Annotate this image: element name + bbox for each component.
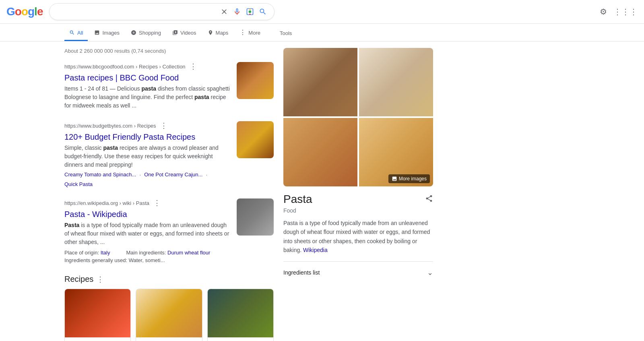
kg-title: Pasta bbox=[283, 193, 312, 206]
settings-icon[interactable]: ⚙ bbox=[600, 7, 607, 17]
tools-button[interactable]: Tools bbox=[275, 26, 297, 40]
kg-image-4[interactable]: More images bbox=[359, 118, 433, 186]
svg-point-1 bbox=[249, 10, 252, 13]
kg-ingredients-label: Ingredients list bbox=[283, 269, 320, 276]
svg-rect-3 bbox=[250, 14, 251, 15]
wiki-desc-bold: Pasta bbox=[64, 222, 79, 228]
kg-description: Pasta is a type of food typically made f… bbox=[283, 219, 433, 255]
bbc-menu-btn[interactable]: ⋮ bbox=[188, 62, 198, 71]
wiki-origin-value[interactable]: Italy bbox=[101, 250, 110, 256]
result-url-wiki: https://en.wikipedia.org › wiki › Pasta … bbox=[64, 198, 230, 207]
result-text-bbc: https://www.bbcgoodfood.com › Recipes › … bbox=[64, 62, 230, 110]
recipe-card[interactable]: Pasta Carbonara bbox=[136, 289, 202, 341]
budget-link-2[interactable]: One Pot Creamy Cajun... bbox=[144, 172, 202, 178]
kg-ingredients-section: Ingredients list ⌄ bbox=[283, 261, 433, 279]
kg-section-row[interactable]: Ingredients list ⌄ bbox=[283, 267, 433, 279]
bbc-desc-bold: pasta bbox=[141, 85, 156, 92]
wiki-ingredients-label: Main ingredients: bbox=[126, 250, 166, 256]
search-input[interactable]: pasta bbox=[56, 8, 216, 15]
result-text-budget: https://www.budgetbytes.com › Recipes ⋮ … bbox=[64, 121, 230, 187]
share-button[interactable] bbox=[425, 194, 433, 205]
recipe-card-body-2: Pasta Carbonara bbox=[136, 337, 202, 341]
main-content: About 2 260 000 000 results (0,74 second… bbox=[0, 41, 644, 341]
budget-menu-btn[interactable]: ⋮ bbox=[159, 121, 169, 130]
more-images-label: More images bbox=[399, 176, 427, 182]
nav-maps-label: Maps bbox=[216, 30, 229, 36]
recipe-card-img-2 bbox=[136, 289, 202, 337]
nav-tab-shopping[interactable]: Shopping bbox=[126, 26, 166, 41]
budget-link-1[interactable]: Creamy Tomato and Spinach... bbox=[64, 172, 136, 178]
recipes-title: Recipes bbox=[64, 275, 93, 284]
recipe-card-img-1 bbox=[65, 289, 130, 337]
kg-wikipedia-link[interactable]: Wikipedia bbox=[303, 247, 328, 253]
more-images-badge[interactable]: More images bbox=[388, 174, 430, 183]
wiki-origin-label: Place of origin: bbox=[64, 250, 99, 256]
lens-search-button[interactable] bbox=[245, 7, 255, 17]
search-results: About 2 260 000 000 results (0,74 second… bbox=[0, 41, 274, 341]
budget-desc-before: Simple, classic bbox=[64, 145, 103, 151]
budget-title[interactable]: 120+ Budget Friendly Pasta Recipes bbox=[64, 132, 230, 142]
chevron-down-icon: ⌄ bbox=[427, 268, 433, 277]
wiki-ingredients-value[interactable]: Durum wheat flour bbox=[167, 250, 210, 256]
wiki-meta-bottom: Ingredients generally used: Water, somet… bbox=[64, 257, 230, 263]
nav-tab-all[interactable]: All bbox=[64, 26, 88, 41]
header-right: ⚙ ⋮⋮⋮ bbox=[600, 7, 638, 17]
bbc-desc-before: Items 1 - 24 of 81 — Delicious bbox=[64, 85, 141, 92]
wiki-meta-right: Main ingredients: Durum wheat flour bbox=[126, 250, 210, 256]
result-url-budget: https://www.budgetbytes.com › Recipes ⋮ bbox=[64, 121, 230, 130]
recipe-card[interactable]: Pasta Primavera bbox=[207, 289, 274, 341]
clear-button[interactable] bbox=[219, 7, 229, 17]
result-item: https://www.budgetbytes.com › Recipes ⋮ … bbox=[64, 121, 274, 187]
wiki-desc-after: is a type of food typically made from an… bbox=[64, 222, 229, 245]
recipe-card[interactable]: Spaghetti Bolognese bbox=[64, 289, 131, 341]
wiki-bottom-value: Water, someti... bbox=[129, 257, 165, 263]
recipes-section: Recipes ⋮ Spaghetti Bolognese Pasta Carb… bbox=[64, 275, 274, 341]
result-url-bbc: https://www.bbcgoodfood.com › Recipes › … bbox=[64, 62, 230, 71]
kg-title-row: Pasta bbox=[283, 193, 433, 206]
bbc-desc: Items 1 - 24 of 81 — Delicious pasta dis… bbox=[64, 85, 230, 110]
kg-image-2[interactable] bbox=[359, 48, 433, 116]
recipes-header: Recipes ⋮ bbox=[64, 275, 274, 284]
budget-desc: Simple, classic pasta recipes are always… bbox=[64, 144, 230, 169]
nav-videos-label: Videos bbox=[180, 30, 196, 36]
kg-image-grid: More images bbox=[283, 48, 433, 186]
nav-images-label: Images bbox=[102, 30, 120, 36]
wiki-menu-btn[interactable]: ⋮ bbox=[152, 198, 162, 207]
recipe-card-img-3 bbox=[208, 289, 273, 337]
nav-tab-images[interactable]: Images bbox=[89, 26, 124, 41]
budget-links: Creamy Tomato and Spinach... · One Pot C… bbox=[64, 172, 230, 187]
apps-icon[interactable]: ⋮⋮⋮ bbox=[613, 7, 638, 17]
recipe-card-body-1: Spaghetti Bolognese bbox=[65, 337, 130, 341]
kg-subtitle: Food bbox=[283, 207, 433, 214]
recipe-cards: Spaghetti Bolognese Pasta Carbonara Past… bbox=[64, 289, 274, 341]
knowledge-panel: More images Pasta Food Pasta is a type o… bbox=[274, 41, 443, 341]
result-item: https://www.bbcgoodfood.com › Recipes › … bbox=[64, 62, 274, 110]
search-button[interactable] bbox=[258, 7, 268, 17]
nav-tab-more[interactable]: ⋮ More bbox=[235, 25, 265, 41]
bbc-desc-bold2: pasta bbox=[194, 94, 209, 100]
logo-text: Google bbox=[6, 5, 43, 18]
budget-desc-bold: pasta bbox=[103, 145, 118, 151]
nav-tabs: All Images Shopping Videos Maps ⋮ More T… bbox=[0, 24, 644, 41]
nav-more-label: More bbox=[248, 30, 260, 36]
wiki-desc: Pasta is a type of food typically made f… bbox=[64, 221, 230, 246]
wiki-title[interactable]: Pasta - Wikipedia bbox=[64, 209, 230, 219]
kg-image-3[interactable] bbox=[283, 118, 357, 186]
bbc-url: https://www.bbcgoodfood.com › Recipes › … bbox=[64, 64, 186, 70]
wiki-thumbnail bbox=[237, 198, 274, 236]
recipes-menu-btn[interactable]: ⋮ bbox=[97, 275, 104, 284]
result-text-wiki: https://en.wikipedia.org › wiki › Pasta … bbox=[64, 198, 230, 263]
nav-tab-maps[interactable]: Maps bbox=[203, 26, 233, 41]
bbc-thumbnail bbox=[237, 62, 274, 99]
wiki-url: https://en.wikipedia.org › wiki › Pasta bbox=[64, 200, 149, 206]
nav-shopping-label: Shopping bbox=[139, 30, 161, 36]
budget-link-3[interactable]: Quick Pasta bbox=[64, 181, 93, 187]
voice-search-button[interactable] bbox=[232, 7, 242, 17]
search-bar: pasta bbox=[49, 3, 275, 20]
svg-rect-2 bbox=[250, 9, 251, 10]
bbc-title[interactable]: Pasta recipes | BBC Good Food bbox=[64, 72, 230, 83]
wiki-meta: Place of origin: Italy Main ingredients:… bbox=[64, 250, 230, 256]
nav-tab-videos[interactable]: Videos bbox=[167, 26, 201, 41]
budget-url: https://www.budgetbytes.com › Recipes bbox=[64, 123, 156, 129]
kg-image-1[interactable] bbox=[283, 48, 357, 116]
